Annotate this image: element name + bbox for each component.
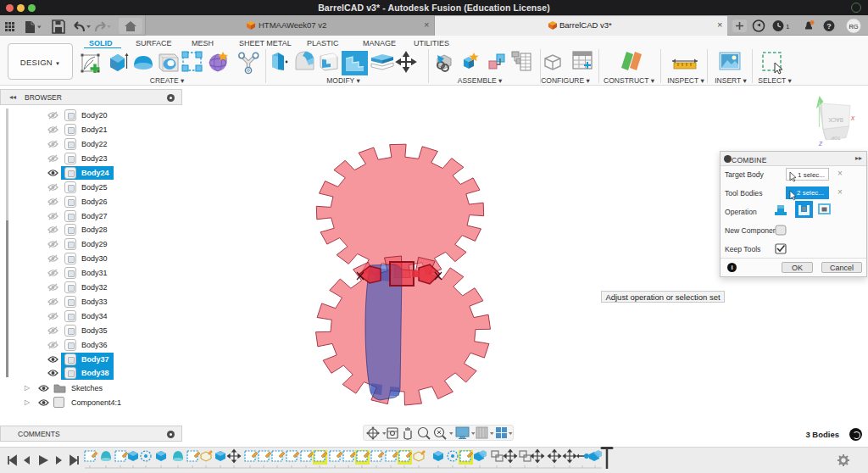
svg-text:x: x	[850, 114, 855, 122]
svg-text:z: z	[818, 139, 823, 147]
svg-text:TOP: TOP	[831, 136, 841, 141]
svg-text:BACK: BACK	[827, 117, 843, 123]
